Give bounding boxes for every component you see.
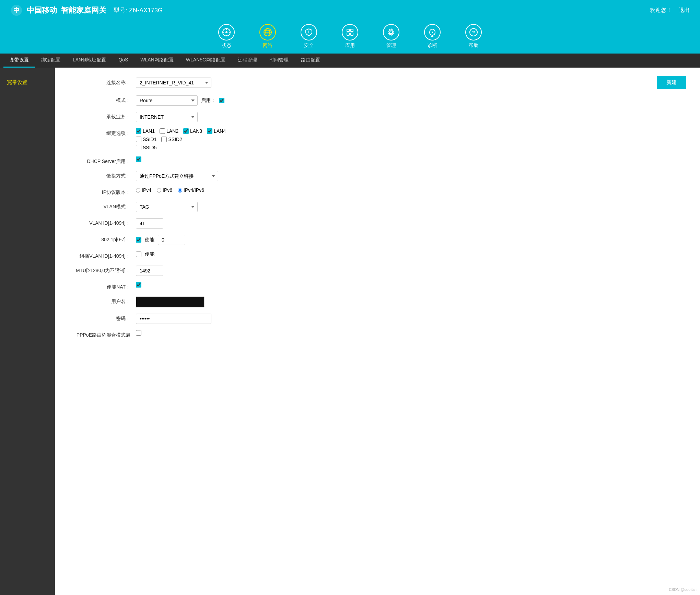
- bind-lan4-item[interactable]: LAN4: [207, 128, 226, 134]
- bind-lan2-checkbox[interactable]: [160, 128, 165, 134]
- nav-network[interactable]: 网络: [257, 24, 278, 49]
- svg-point-12: [308, 31, 309, 31]
- password-input[interactable]: [136, 314, 211, 324]
- bind-lan3-item[interactable]: LAN3: [183, 128, 202, 134]
- mtu-input[interactable]: [136, 266, 163, 276]
- mode-label: 模式：: [69, 95, 130, 104]
- link-control: 通过PPPoE方式建立链接: [136, 171, 686, 181]
- nav-app[interactable]: 应用: [340, 24, 360, 49]
- status-icon: [218, 24, 235, 40]
- service-select[interactable]: INTERNET: [136, 112, 198, 122]
- nav-help[interactable]: ? 帮助: [463, 24, 484, 49]
- nav-status[interactable]: 状态: [216, 24, 237, 49]
- bind-ssid5-checkbox[interactable]: [136, 145, 141, 150]
- header: 中 中国移动 智能家庭网关 型号: ZN-AX173G 欢迎您！ 退出: [0, 0, 700, 21]
- tab-wlan5g[interactable]: WLAN5G网络配置: [180, 54, 232, 68]
- dot1p-label: 802.1p[0-7]：: [69, 235, 130, 243]
- link-select[interactable]: 通过PPPoE方式建立链接: [136, 171, 218, 181]
- bind-ssid5-item[interactable]: SSID5: [136, 145, 156, 150]
- svg-point-3: [225, 31, 228, 33]
- tab-wlan[interactable]: WLAN网络配置: [134, 54, 179, 68]
- bind-ssid1-label: SSID1: [143, 137, 156, 142]
- tab-time[interactable]: 时间管理: [263, 54, 295, 68]
- bind-ssid5-group: SSID5: [136, 145, 156, 150]
- svg-text:中: 中: [13, 7, 20, 14]
- ip-ipv6-radio[interactable]: [157, 188, 161, 192]
- tab-qos[interactable]: QoS: [112, 54, 134, 68]
- dot1p-value-input[interactable]: [158, 235, 185, 245]
- tab-lan[interactable]: LAN侧地址配置: [67, 54, 112, 68]
- vlan-mode-select[interactable]: TAG: [136, 202, 198, 212]
- bind-row: 绑定选项： LAN1 LAN2 LAN3: [69, 128, 686, 150]
- sidebar: 宽带设置: [0, 68, 55, 595]
- vlan-id-label: VLAN ID[1-4094]：: [69, 218, 130, 226]
- dhcp-checkbox[interactable]: [136, 156, 141, 162]
- new-button[interactable]: 新建: [657, 76, 686, 89]
- nav-manage[interactable]: 管理: [381, 24, 401, 49]
- welcome-text: 欢迎您！: [650, 7, 672, 14]
- bind-lan3-checkbox[interactable]: [183, 128, 189, 134]
- nav-icons: 状态 网络 安全: [0, 21, 700, 54]
- pppoe-control: [136, 330, 686, 336]
- vlan-id-input[interactable]: [136, 218, 163, 229]
- bind-ssid2-checkbox[interactable]: [161, 137, 167, 142]
- diagnose-icon: [424, 24, 441, 40]
- dhcp-row: DHCP Server启用：: [69, 156, 686, 165]
- tab-broadband[interactable]: 宽带设置: [3, 54, 35, 68]
- watermark: CSDN @coolfan: [669, 587, 697, 592]
- tab-route[interactable]: 路由配置: [295, 54, 326, 68]
- svg-point-18: [432, 32, 433, 33]
- username-row: 用户名：: [69, 296, 686, 307]
- mode-enable-checkbox[interactable]: [219, 98, 224, 103]
- svg-rect-14: [351, 29, 353, 32]
- nav-security[interactable]: 安全: [299, 24, 319, 49]
- ip-ipv4-radio[interactable]: [136, 188, 140, 192]
- nav-diagnose[interactable]: 诊断: [422, 24, 443, 49]
- ip-both-label: IPv4/IPv6: [184, 187, 204, 193]
- bind-lan4-label: LAN4: [214, 128, 226, 134]
- vlan-mode-row: VLAN模式： TAG: [69, 202, 686, 212]
- ip-ipv4-item[interactable]: IPv4: [136, 187, 151, 193]
- ip-both-radio[interactable]: [178, 188, 182, 192]
- pppoe-checkbox[interactable]: [136, 330, 141, 336]
- sidebar-broadband[interactable]: 宽带设置: [0, 74, 55, 91]
- ip-ipv6-item[interactable]: IPv6: [157, 187, 172, 193]
- ip-both-item[interactable]: IPv4/IPv6: [178, 187, 204, 193]
- nat-control: [136, 282, 686, 288]
- vlan-mode-label: VLAN模式：: [69, 202, 130, 210]
- service-label: 承载业务：: [69, 112, 130, 120]
- bind-ssid1-item[interactable]: SSID1: [136, 137, 156, 142]
- password-label: 密码：: [69, 314, 130, 322]
- mode-control: Route 启用：: [136, 95, 686, 106]
- bind-label: 绑定选项：: [69, 128, 130, 137]
- conn-name-label: 连接名称：: [69, 78, 130, 86]
- dot1p-checkbox[interactable]: [136, 237, 141, 243]
- svg-text:?: ?: [472, 30, 475, 35]
- tab-bind[interactable]: 绑定配置: [35, 54, 67, 68]
- mode-enable-label: 启用：: [201, 97, 215, 104]
- mcast-checkbox[interactable]: [136, 252, 141, 257]
- link-label: 链接方式：: [69, 171, 130, 179]
- conn-name-select[interactable]: 2_INTERNET_R_VID_41: [136, 78, 211, 88]
- tab-remote[interactable]: 远程管理: [232, 54, 263, 68]
- brand-name: 中国移动: [27, 5, 57, 15]
- logout-button[interactable]: 退出: [679, 7, 690, 14]
- bind-ssid1-checkbox[interactable]: [136, 137, 141, 142]
- mtu-control: [136, 266, 686, 276]
- network-icon: [259, 24, 276, 40]
- nat-label: 使能NAT：: [69, 282, 130, 290]
- bind-ssid2-item[interactable]: SSID2: [161, 137, 182, 142]
- bind-lan1-checkbox[interactable]: [136, 128, 141, 134]
- svg-rect-15: [347, 33, 349, 35]
- diagnose-label: 诊断: [428, 43, 437, 49]
- mode-select[interactable]: Route: [136, 95, 198, 106]
- svg-rect-16: [351, 33, 353, 35]
- bind-lan2-item[interactable]: LAN2: [160, 128, 178, 134]
- username-input[interactable]: [136, 296, 205, 307]
- bind-lan1-item[interactable]: LAN1: [136, 128, 155, 134]
- bind-lan2-label: LAN2: [166, 128, 178, 134]
- bind-lan-group: LAN1 LAN2 LAN3 LAN4: [136, 128, 226, 134]
- bind-lan4-checkbox[interactable]: [207, 128, 212, 134]
- nat-checkbox[interactable]: [136, 282, 141, 288]
- svg-point-17: [390, 31, 393, 34]
